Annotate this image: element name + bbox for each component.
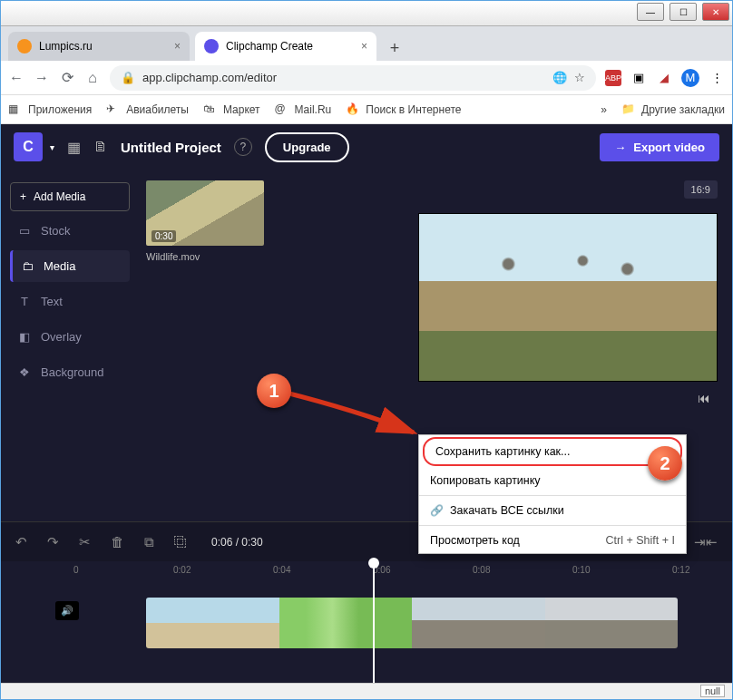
back-icon[interactable]: ← xyxy=(8,70,24,86)
separator xyxy=(419,495,686,496)
menu-icon[interactable]: ⋮ xyxy=(709,70,725,86)
apps-bookmark[interactable]: ▦Приложения xyxy=(8,102,92,117)
cut-icon[interactable]: ✂ xyxy=(79,534,91,550)
other-bookmarks[interactable]: 📁Другие закладки xyxy=(621,102,725,117)
tab-lumpics[interactable]: Lumpics.ru × xyxy=(8,32,190,61)
cm-label: Просмотреть код xyxy=(430,534,520,547)
overlay-icon: ◧ xyxy=(17,330,32,344)
fire-icon: 🔥 xyxy=(346,102,360,117)
cm-label: Закачать ВСЕ ссылки xyxy=(450,504,564,517)
sidebar-item-label: Text xyxy=(41,295,63,308)
home-icon[interactable]: ⌂ xyxy=(84,70,101,86)
ruler-tick: 0:08 xyxy=(473,565,490,575)
cm-inspect[interactable]: Просмотреть кодCtrl + Shift + I xyxy=(419,528,686,553)
translate-icon[interactable]: 🌐 xyxy=(552,71,567,84)
bag-icon: 🛍 xyxy=(203,102,218,117)
cm-label: Копировать картинку xyxy=(430,474,541,487)
close-tab-icon[interactable]: × xyxy=(174,40,181,53)
add-media-button[interactable]: + Add Media xyxy=(10,182,130,211)
media-thumbnail[interactable]: 0:30 xyxy=(146,180,264,246)
add-media-label: Add Media xyxy=(34,190,85,203)
minimize-button[interactable]: — xyxy=(637,3,664,21)
chevron-down-icon[interactable]: ▾ xyxy=(50,142,54,152)
timeline-tracks[interactable]: 🔊 xyxy=(1,583,732,683)
upgrade-button[interactable]: Upgrade xyxy=(265,132,349,162)
media-panel: 0:30 Wildlife.mov xyxy=(139,170,273,521)
sidebar-item-label: Media xyxy=(44,259,75,273)
audio-icon[interactable]: 🔊 xyxy=(55,601,79,620)
playhead[interactable] xyxy=(373,561,375,683)
cast-icon[interactable]: ▣ xyxy=(630,70,647,86)
ruler-tick: 0 xyxy=(73,565,79,575)
export-label: Export video xyxy=(633,141,705,154)
profile-avatar[interactable]: M xyxy=(681,69,699,87)
clip-duration: 0:30 xyxy=(151,230,176,242)
sidebar-item-text[interactable]: TText xyxy=(10,286,130,317)
redo-icon[interactable]: ↷ xyxy=(47,534,59,550)
null-label: null xyxy=(700,685,725,697)
cm-save-image[interactable]: Сохранить картинку как... xyxy=(423,437,682,466)
app-logo[interactable]: C xyxy=(14,132,43,161)
extension-icons: ABP ▣ ◢ M ⋮ xyxy=(605,69,725,87)
market-bookmark[interactable]: 🛍Маркет xyxy=(203,102,260,117)
star-icon[interactable]: ☆ xyxy=(574,71,585,84)
plane-icon: ✈ xyxy=(106,102,121,117)
horizontal-scrollbar[interactable]: null xyxy=(1,683,732,699)
download-icon: 🔗 xyxy=(430,504,446,517)
forward-icon[interactable]: → xyxy=(34,70,50,86)
search-bookmark[interactable]: 🔥Поиск в Интернете xyxy=(346,102,461,117)
rewind-button[interactable]: ⏮ xyxy=(277,382,718,414)
timeline-ruler[interactable]: 0 0:02 0:04 0:06 0:08 0:10 0:12 xyxy=(1,561,732,583)
ruler-tick: 0:10 xyxy=(572,565,590,575)
context-menu: Сохранить картинку как... Копировать кар… xyxy=(418,434,687,554)
mailru-bookmark[interactable]: @Mail.Ru xyxy=(275,102,332,117)
cm-label: Сохранить картинку как... xyxy=(435,445,571,458)
sidebar-item-background[interactable]: ❖Background xyxy=(10,356,130,388)
cm-copy-image[interactable]: Копировать картинку xyxy=(419,468,686,493)
favicon-icon xyxy=(17,39,32,53)
sidebar-item-stock[interactable]: ▭Stock xyxy=(10,215,130,247)
ruler-tick: 0:12 xyxy=(672,565,689,575)
clip-frame xyxy=(412,598,545,648)
adblock-icon[interactable]: ABP xyxy=(605,70,621,86)
cm-download-all[interactable]: 🔗Закачать ВСЕ ссылки xyxy=(419,498,686,523)
sidebar-item-label: Overlay xyxy=(41,330,82,344)
undo-icon[interactable]: ↶ xyxy=(15,534,27,550)
fit-icon[interactable]: ⇥⇤ xyxy=(694,534,718,550)
video-preview[interactable] xyxy=(418,213,718,382)
pdf-icon[interactable]: ◢ xyxy=(656,70,672,86)
document-icon[interactable]: 🗎 xyxy=(93,139,108,155)
sidebar-item-label: Stock xyxy=(41,224,71,238)
video-icon[interactable]: ▦ xyxy=(67,139,81,156)
sidebar-item-media[interactable]: 🗀Media xyxy=(10,250,130,282)
avia-bookmark[interactable]: ✈Авиабилеты xyxy=(106,102,189,117)
sidebar-item-overlay[interactable]: ◧Overlay xyxy=(10,321,130,353)
overflow-bookmark[interactable]: » xyxy=(601,103,607,116)
reload-icon[interactable]: ⟳ xyxy=(59,69,75,86)
url-text: app.clipchamp.com/editor xyxy=(142,71,277,84)
timeline-clip[interactable] xyxy=(146,598,678,648)
bookmark-label: Приложения xyxy=(28,103,92,116)
browser-toolbar: ← → ⟳ ⌂ 🔒 app.clipchamp.com/editor 🌐 ☆ A… xyxy=(1,61,732,95)
help-icon[interactable]: ? xyxy=(234,138,252,156)
copy-icon[interactable]: ⧉ xyxy=(144,534,154,550)
sidebar-item-label: Background xyxy=(41,365,103,379)
project-title[interactable]: Untitled Project xyxy=(121,140,221,155)
tab-clipchamp[interactable]: Clipchamp Create × xyxy=(195,32,376,61)
export-button[interactable]: → Export video xyxy=(600,133,719,161)
aspect-ratio-badge[interactable]: 16:9 xyxy=(684,180,718,199)
new-tab-button[interactable]: + xyxy=(382,35,407,61)
close-tab-icon[interactable]: × xyxy=(361,40,367,53)
clip-frame xyxy=(279,598,413,648)
maximize-button[interactable]: ☐ xyxy=(669,3,697,21)
clipchamp-app: C ▾ ▦ 🗎 Untitled Project ? Upgrade → Exp… xyxy=(1,124,732,683)
paste-icon[interactable]: ⿻ xyxy=(174,534,188,549)
close-window-button[interactable]: ✕ xyxy=(702,3,729,21)
folder-icon: 📁 xyxy=(621,102,636,117)
bookmark-label: Другие закладки xyxy=(641,103,725,116)
tab-title: Clipchamp Create xyxy=(226,40,313,53)
address-bar[interactable]: 🔒 app.clipchamp.com/editor 🌐 ☆ xyxy=(110,65,596,91)
delete-icon[interactable]: 🗑 xyxy=(111,534,124,549)
separator xyxy=(419,525,686,526)
layers-icon: ❖ xyxy=(17,365,32,379)
